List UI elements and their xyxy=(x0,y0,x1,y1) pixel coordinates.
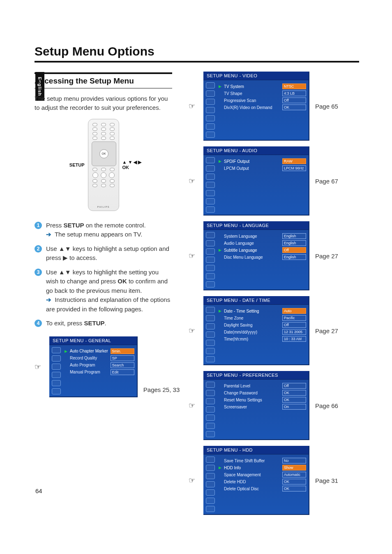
menu-row: ▶ HDD Info Show xyxy=(218,465,306,471)
menu-tab-icon xyxy=(206,123,215,130)
menu-row-value: Off xyxy=(282,97,306,103)
setup-menu-preferences: SETUP MENU - PREFERENCES Parental Level … xyxy=(203,371,309,440)
menu-header: SETUP MENU - DATE / TIME xyxy=(203,296,309,305)
menu-row-value: RAW xyxy=(282,158,306,164)
menu-row-value: 12 31 2005 xyxy=(282,329,306,335)
page-ref-video: Page 65 xyxy=(315,103,338,110)
menu-row-value: NTSC xyxy=(282,83,306,89)
menu-row-caret-icon: ▶ xyxy=(218,466,221,470)
menu-row-value: English xyxy=(282,254,306,260)
menu-tab-icon xyxy=(206,348,215,354)
step-number-badge: 3 xyxy=(35,269,42,276)
menu-tab-icon xyxy=(206,307,215,313)
menu-row: Auto Program Search xyxy=(64,362,134,368)
menu-rows: ▶ SPDIF Output RAW LPCM Output LPCM 96Hz xyxy=(217,155,309,215)
menu-row-label: Date(mm/dd/yyyy) xyxy=(224,330,280,334)
menu-row-caret-icon: ▶ xyxy=(218,84,221,88)
menu-row-label: Record Quality xyxy=(70,356,108,360)
menu-rows: System Language English Audio Language E… xyxy=(217,230,309,290)
menu-row: Save Time Shift Buffer No xyxy=(218,458,306,464)
menu-row-value: OK xyxy=(282,104,306,110)
setup-menu-datetime: SETUP MENU - DATE / TIME ▶ Date - Time S… xyxy=(203,296,309,365)
menu-row-value: OK xyxy=(282,479,306,484)
menu-tab-icon xyxy=(206,273,215,279)
menu-row-value: Search xyxy=(111,362,134,368)
menu-tab-icon xyxy=(206,99,215,105)
menu-rows: Save Time Shift Buffer No ▶ HDD Info Sho… xyxy=(217,454,309,514)
page-ref-general: Pages 25, 33 xyxy=(143,386,180,397)
menu-tab-icon xyxy=(206,340,215,346)
menu-tab-icon xyxy=(206,315,215,321)
menu-row-label: Time(hh:mm) xyxy=(224,337,280,341)
menu-row-label: LPCM Output xyxy=(224,166,280,171)
remote-label-nav: ▲ ▼ ◀ ▶ OK xyxy=(122,160,145,170)
step-number-badge: 2 xyxy=(35,245,42,253)
menu-header: SETUP MENU - VIDEO xyxy=(203,72,309,80)
menu-header: SETUP MENU - PREFERENCES xyxy=(203,371,309,380)
menu-tab-icon xyxy=(206,423,215,429)
page-content: Setup Menu Options Accessing the Setup M… xyxy=(35,44,359,521)
remote-label-arrows: ▲ ▼ ◀ ▶ xyxy=(122,160,145,165)
menu-row-value: Automatic xyxy=(282,472,306,478)
menu-tab-icon xyxy=(206,331,215,338)
menu-tab-icon xyxy=(206,206,215,213)
menu-row-value: Pacific xyxy=(282,315,306,321)
menu-tab-icon xyxy=(206,465,215,471)
menu-row-label: Time Zone xyxy=(224,316,280,320)
steps-list: 1Press SETUP on the remote control.➔ The… xyxy=(35,221,172,328)
menu-tab-icon xyxy=(206,323,215,329)
menu-row-label: Space Management xyxy=(224,473,280,477)
page-title: Setup Menu Options xyxy=(35,44,359,63)
menu-row-value: No xyxy=(282,458,306,464)
menu-row-label: Auto Chapter Marker xyxy=(70,349,108,353)
section-heading: Accessing the Setup Menu xyxy=(35,72,172,88)
menu-row-caret-icon: ▶ xyxy=(218,159,221,163)
setup-menu-general: SETUP MENU - GENERAL ▶ Auto Chapter Mark… xyxy=(49,336,138,397)
menu-tab-icon xyxy=(206,473,215,479)
menu-row-label: Parental Level xyxy=(224,384,280,388)
menu-row: TV Shape 4:3 LB xyxy=(218,90,306,96)
setup-menu-audio: SETUP MENU - AUDIO ▶ SPDIF Output RAW LP… xyxy=(203,146,309,216)
menu-icon-column xyxy=(203,454,217,514)
step-text: To exit, press SETUP. xyxy=(46,319,106,328)
menu-row: Time Zone Pacific xyxy=(218,315,306,321)
menu-tab-icon xyxy=(206,398,215,404)
menu-row-value: OK xyxy=(282,397,306,403)
remote-control: OK PHILIPS xyxy=(88,119,119,211)
menu-row: Record Quality SP xyxy=(64,355,134,361)
menu-row-label: Subtitle Language xyxy=(224,248,280,253)
menu-row-caret-icon: ▶ xyxy=(218,309,221,313)
menu-rows: ▶ Date - Time Setting Auto Time Zone Pac… xyxy=(217,305,309,364)
menu-row: ▶ SPDIF Output RAW xyxy=(218,158,306,164)
step-item: 3Use ▲▼ keys to highlight the setting yo… xyxy=(35,268,172,314)
menu-row: LPCM Output LPCM 96Hz xyxy=(218,165,306,171)
menu-row-value: English xyxy=(282,233,306,239)
menu-row-label: Screensaver xyxy=(224,405,280,409)
menu-row-label: System Language xyxy=(224,234,280,239)
page-number: 64 xyxy=(35,487,42,494)
menu-row: Screensaver On xyxy=(218,404,306,410)
menu-row-label: TV System xyxy=(224,84,280,89)
menu-row-value: Auto xyxy=(282,308,306,314)
menu-tab-icon xyxy=(52,380,61,386)
menu-row-label: SPDIF Output xyxy=(224,159,280,164)
menu-row-value: LPCM 96Hz xyxy=(282,165,306,171)
menu-row: Date(mm/dd/yyyy) 12 31 2005 xyxy=(218,329,306,335)
menu-row-label: Delete Optical Disc xyxy=(224,487,280,491)
menu-row-label: HDD Info xyxy=(224,466,280,470)
menu-tab-icon xyxy=(206,457,215,463)
menu-tab-icon xyxy=(206,248,215,255)
menu-tab-icon xyxy=(52,355,61,362)
menu-row: Space Management Automatic xyxy=(218,472,306,478)
menu-row-value: OK xyxy=(282,390,306,396)
menu-row: ▶ Date - Time Setting Auto xyxy=(218,308,306,314)
menu-tab-icon xyxy=(206,182,215,188)
menu-row: DivX(R) Video on Demand OK xyxy=(218,104,306,110)
menu-row-value: Edit xyxy=(111,369,134,375)
remote-illustration: SETUP OK PHILIPS ▲ ▼ ◀ ▶ OK xyxy=(35,119,172,211)
menu-row-value: Off xyxy=(282,322,306,328)
menu-tab-icon xyxy=(206,481,215,487)
menu-tab-icon xyxy=(52,364,61,370)
step-text: Use ▲▼ keys to highlight a setup option … xyxy=(46,244,172,263)
menu-row-value: OK xyxy=(282,486,306,491)
